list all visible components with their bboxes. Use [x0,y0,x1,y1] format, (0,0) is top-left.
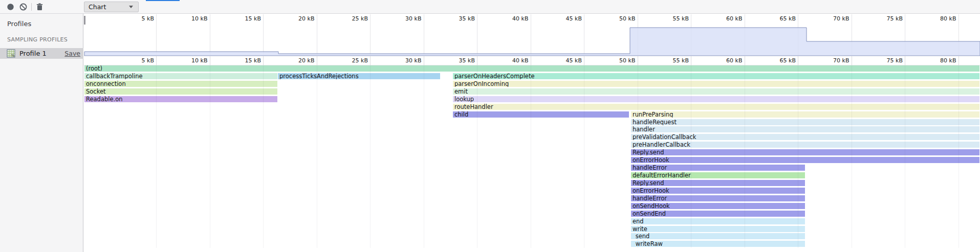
flame-bar[interactable]: end [631,218,805,224]
ruler-tick-line [531,56,531,65]
flame-bar-label: onconnection [86,81,126,87]
flame-bar[interactable]: Readable.on [84,96,277,102]
flame-bar[interactable]: preValidationCallback [631,134,979,140]
memory-overview-chart[interactable] [84,14,980,56]
ruler-tick-line [584,56,584,65]
ruler-tick-label: 75 kB [864,57,903,64]
flame-bar[interactable]: parserOnHeadersComplete [453,73,979,79]
ruler-tick-label: 20 kB [276,57,315,64]
save-profile-link[interactable]: Save [64,50,80,57]
profile-snapshot-icon: % [7,49,15,58]
sampling-profiles-header: SAMPLING PROFILES [7,36,68,43]
flame-bar[interactable]: emit [453,88,979,95]
flame-bar[interactable]: handler [631,126,979,132]
chart-view-select-value: Chart [89,3,106,11]
ruler-tick-line [424,65,424,248]
selected-tab-indicator [146,0,180,1]
flame-bar[interactable]: _writeRaw [631,241,805,247]
ruler-tick-line [959,56,959,65]
flame-bar[interactable]: defaultErrorHandler [631,172,805,178]
ruler-tick-line [477,56,477,65]
ruler-tick-line [531,65,531,248]
flame-bar[interactable]: preHandlerCallback [631,142,979,148]
record-icon[interactable] [6,3,15,11]
ruler-tick-line [852,56,852,65]
ruler-tick-line [905,65,905,248]
flame-bar[interactable]: onErrorHook [631,188,805,194]
flame-bar[interactable]: Reply.send [631,149,979,155]
trash-icon[interactable] [35,3,44,11]
flame-bar-label: parserOnHeadersComplete [454,73,535,79]
flame-bar-label: lookup [454,96,474,102]
flame-bar-label: (root) [86,65,102,72]
flame-bar[interactable]: handleError [631,165,805,171]
overview-baseline [84,56,980,56]
ruler-tick-line [156,65,157,248]
ruler-tick-line [638,56,638,65]
ruler-tick-line [638,65,638,248]
ruler-tick-label: 60 kB [704,57,743,64]
chart-view-select[interactable]: Chart [84,2,139,12]
flame-chart-area: 5 kB5 kB10 kB10 kB15 kB15 kB20 kB20 kB25… [84,14,980,252]
clear-icon[interactable] [19,3,28,11]
ruler-tick-line [959,65,959,248]
flame-bar[interactable]: handleError [631,195,805,201]
ruler-tick-line [317,56,317,65]
ruler-tick-line [424,56,424,65]
flame-bar[interactable]: Reply.send [631,180,805,186]
flame-bar[interactable]: processTicksAndRejections [278,73,440,79]
flame-bar-label: emit [454,88,468,95]
flame-bar[interactable]: child [453,111,629,118]
flame-bar[interactable]: onSendHook [631,203,805,209]
sidebar: Profiles SAMPLING PROFILES % Profile 1 S… [0,14,83,252]
ruler-tick-line [691,56,691,65]
flame-bar-label: parserOnIncoming [454,81,509,87]
ruler-tick-label: 80 kB [918,57,956,64]
flame-bar[interactable]: runPreParsing [631,111,979,118]
sidebar-title: Profiles [7,20,31,28]
flame-bar-label: defaultErrorHandler [633,172,691,178]
flame-bar-label: preHandlerCallback [633,142,690,148]
flame-bar[interactable]: (root) [84,65,979,72]
profile-name: Profile 1 [19,50,47,57]
toolbar-separator [31,3,32,11]
flame-bar[interactable]: callbackTrampoline [84,73,277,79]
ruler-tick-line [477,65,477,248]
flame-bar-label: Readable.on [86,96,123,102]
flame-bar-label: Socket [86,88,106,95]
flame-bar[interactable]: Socket [84,88,277,95]
flame-bar[interactable]: onErrorHook [631,157,979,163]
flame-bar-label: callbackTrampoline [86,73,143,79]
ruler-tick-line [745,56,745,65]
ruler-tick-line [210,65,210,248]
flame-bar[interactable]: _send [631,233,805,239]
sidebar-item-profile-1[interactable]: % Profile 1 Save [0,48,83,59]
ruler-tick-label: 15 kB [222,57,261,64]
ruler-tick-line [745,65,745,248]
flame-bar-label: child [454,111,468,118]
ruler-tick-label: 55 kB [650,57,689,64]
ruler-tick-line [798,56,798,65]
ruler-tick-line [210,56,210,65]
overview-area-series [84,28,980,56]
flame-bar[interactable]: handleRequest [631,119,979,125]
flame-bar-label: onErrorHook [633,157,669,163]
ruler-tick-line [798,65,798,248]
ruler-tick-line [156,56,157,65]
flame-bar[interactable]: onSendEnd [631,211,805,217]
toolbar: Chart [0,0,980,14]
ruler-tick-label: 50 kB [597,57,636,64]
flame-bar[interactable]: parserOnIncoming [453,81,979,87]
ruler-tick-label: 40 kB [490,57,529,64]
flame-bar[interactable]: routeHandler [453,104,979,110]
ruler-tick-line [852,65,852,248]
ruler-tick-label: 70 kB [811,57,850,64]
ruler-tick-label: 45 kB [543,57,582,64]
flame-bar-label: handleRequest [633,119,677,125]
flame-bar[interactable]: onconnection [84,81,277,87]
flame-bar-label: processTicksAndRejections [279,73,359,79]
flame-bar[interactable]: write_ [631,226,805,232]
svg-text:%: % [11,54,15,58]
flame-bar[interactable]: lookup [453,96,979,102]
ruler-tick-line [691,65,691,248]
